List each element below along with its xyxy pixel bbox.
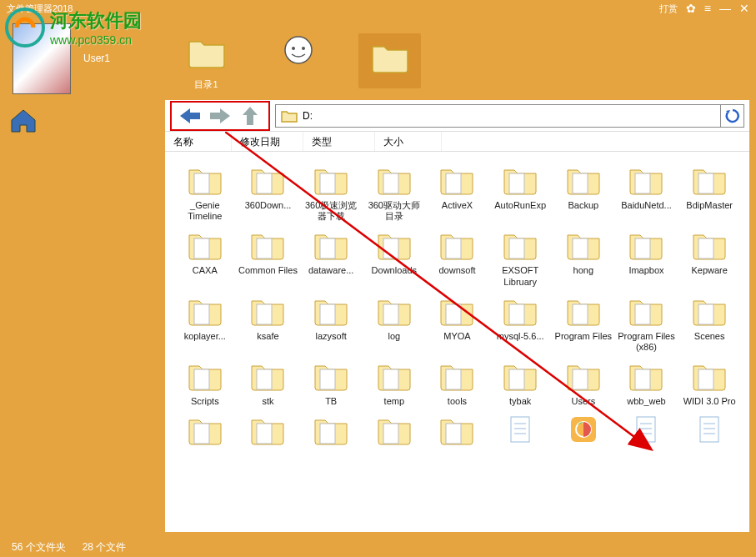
- folder-item[interactable]: Program Files (x86): [615, 293, 678, 353]
- folder-item[interactable]: Common Files: [237, 227, 300, 287]
- col-name[interactable]: 名称: [165, 132, 232, 151]
- svg-rect-16: [383, 238, 398, 258]
- folder-item[interactable]: stk: [237, 358, 300, 407]
- tab-directory-1[interactable]: 目录1: [175, 33, 238, 91]
- folder-item[interactable]: tybak: [488, 358, 552, 407]
- item-label: downsoft: [438, 265, 475, 276]
- minimize-button[interactable]: —: [719, 2, 731, 15]
- svg-rect-42: [320, 424, 335, 444]
- folder-item[interactable]: Scripts: [173, 358, 237, 407]
- path-input[interactable]: D:: [275, 104, 721, 128]
- svg-rect-51: [637, 417, 655, 442]
- folder-item[interactable]: [173, 412, 237, 450]
- menu-icon[interactable]: ≡: [704, 2, 711, 15]
- folder-item[interactable]: mysql-5.6...: [488, 293, 552, 353]
- nav-buttons-highlight: [170, 101, 270, 131]
- folder-item[interactable]: CAXA: [173, 227, 237, 287]
- close-button[interactable]: ✕: [739, 2, 749, 15]
- svg-rect-33: [320, 369, 335, 389]
- svg-rect-8: [446, 173, 461, 193]
- svg-point-1: [285, 37, 312, 63]
- folder-item[interactable]: [237, 412, 300, 450]
- folder-item[interactable]: downsoft: [426, 227, 489, 287]
- folder-item[interactable]: [299, 412, 363, 450]
- home-icon[interactable]: [8, 107, 38, 135]
- shirt-icon[interactable]: ✿: [686, 2, 696, 15]
- folder-item[interactable]: WIDI 3.0 Pro: [678, 358, 741, 407]
- svg-rect-10: [573, 173, 588, 193]
- folder-item[interactable]: 360Down...: [237, 162, 300, 222]
- item-label: 360驱动大师目录: [364, 200, 424, 222]
- watermark-logo: [4, 7, 46, 48]
- tab-chat[interactable]: [267, 33, 329, 78]
- tab-bar: 目录1: [175, 33, 421, 91]
- folder-item[interactable]: ActiveX: [426, 162, 489, 222]
- folder-item[interactable]: [678, 412, 741, 450]
- folder-item[interactable]: 360极速浏览器下载: [299, 162, 363, 222]
- folder-item[interactable]: [488, 412, 552, 450]
- folder-item[interactable]: EXSOFT Libruary: [488, 227, 552, 287]
- folder-item[interactable]: Downloads: [363, 227, 426, 287]
- folder-item[interactable]: lazysoft: [299, 293, 363, 353]
- folder-item[interactable]: wbb_web: [615, 358, 678, 407]
- item-label: BaiduNetd...: [621, 200, 672, 211]
- item-label: tools: [448, 396, 467, 407]
- folder-item[interactable]: [426, 412, 489, 450]
- svg-rect-36: [509, 369, 524, 389]
- item-label: AutoRunExp: [494, 200, 546, 211]
- folder-item[interactable]: temp: [363, 358, 426, 407]
- refresh-button[interactable]: [721, 104, 744, 128]
- folder-item[interactable]: AutoRunExp: [488, 162, 552, 222]
- folder-item[interactable]: ksafe: [237, 293, 300, 353]
- folder-item[interactable]: Kepware: [678, 227, 741, 287]
- item-label: MYOA: [443, 331, 470, 342]
- folder-icon: [370, 38, 410, 73]
- svg-rect-27: [509, 304, 524, 324]
- up-button[interactable]: [235, 104, 265, 128]
- folder-item[interactable]: BaiduNetd...: [615, 162, 678, 222]
- folder-item[interactable]: [615, 412, 678, 450]
- folder-item[interactable]: Users: [552, 358, 615, 407]
- folder-item[interactable]: _Genie Timeline: [173, 162, 237, 222]
- col-size[interactable]: 大小: [375, 132, 442, 151]
- svg-rect-9: [509, 173, 524, 193]
- folder-item[interactable]: Backup: [552, 162, 615, 222]
- folder-item[interactable]: MYOA: [426, 293, 489, 353]
- folder-item[interactable]: [552, 412, 615, 450]
- col-type[interactable]: 类型: [303, 132, 375, 151]
- folder-item[interactable]: log: [363, 293, 426, 353]
- folder-item[interactable]: Scenes: [678, 293, 741, 353]
- folder-item[interactable]: koplayer...: [173, 293, 237, 353]
- folder-item[interactable]: dataware...: [299, 227, 363, 287]
- svg-rect-45: [511, 417, 529, 442]
- folder-item[interactable]: tools: [426, 358, 489, 407]
- folder-item[interactable]: Program Files: [552, 293, 615, 353]
- svg-rect-12: [698, 173, 713, 193]
- folder-item[interactable]: TB: [299, 358, 363, 407]
- folder-item[interactable]: 360驱动大师目录: [363, 162, 426, 222]
- back-button[interactable]: [175, 104, 205, 128]
- forward-button[interactable]: [205, 104, 235, 128]
- col-modified[interactable]: 修改日期: [232, 132, 303, 151]
- status-bar: 56 个文件夹 28 个文件: [0, 537, 756, 557]
- item-label: Users: [571, 396, 595, 407]
- folder-item[interactable]: hong: [552, 227, 615, 287]
- item-label: log: [388, 331, 400, 342]
- svg-rect-35: [446, 369, 461, 389]
- tab-directory-2[interactable]: [358, 33, 421, 88]
- item-label: hong: [573, 265, 593, 276]
- folder-item[interactable]: Imapbox: [615, 227, 678, 287]
- svg-rect-22: [194, 304, 209, 324]
- svg-rect-5: [257, 173, 272, 193]
- item-label: tybak: [509, 396, 531, 407]
- item-label: mysql-5.6...: [497, 331, 544, 342]
- svg-point-0: [7, 9, 43, 46]
- svg-rect-7: [383, 173, 398, 193]
- svg-rect-40: [194, 424, 209, 444]
- svg-rect-6: [320, 173, 335, 193]
- folder-item[interactable]: [363, 412, 426, 450]
- folder-item[interactable]: BdipMaster: [678, 162, 741, 222]
- item-label: TB: [325, 396, 337, 407]
- chat-icon: [278, 33, 318, 68]
- reward-link[interactable]: 打赏: [659, 3, 678, 15]
